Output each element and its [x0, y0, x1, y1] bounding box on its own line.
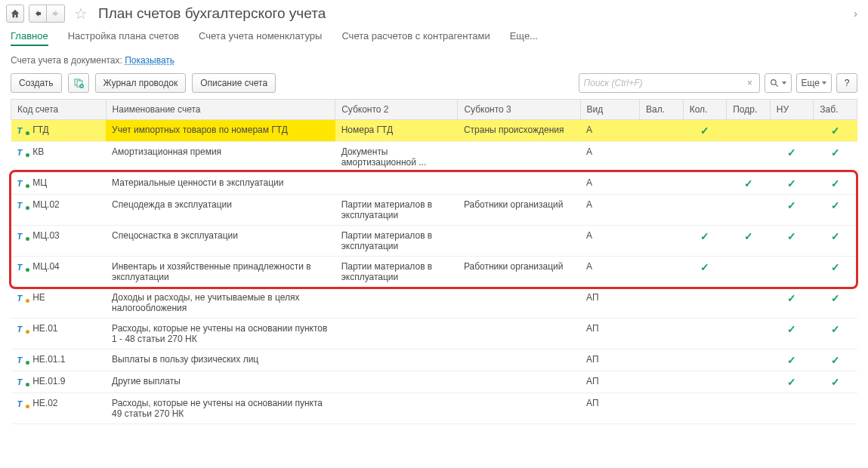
copy-record-button[interactable]	[68, 73, 89, 93]
filter-link[interactable]: Показывать	[125, 55, 175, 66]
search-clear[interactable]: ×	[744, 78, 756, 88]
filter-label: Счета учета в документах:	[11, 55, 122, 66]
table-row[interactable]: T КВАмортизационная премияДокументы амор…	[11, 142, 857, 173]
check-icon: ✓	[787, 354, 796, 366]
table-row[interactable]: T НЕ.01.1Выплаты в пользу физических лиц…	[11, 349, 857, 371]
account-type-icon: T	[17, 200, 28, 209]
table-row[interactable]: T НЕ.01Расходы, которые не учтены на осн…	[11, 319, 857, 349]
col-zab[interactable]: Заб.	[814, 100, 857, 120]
table-row[interactable]: T МЦ.03Спецоснастка в эксплуатацииПартии…	[11, 226, 857, 257]
action-bar: Создать Журнал проводок Описание счета ×…	[0, 73, 868, 99]
magnifier-icon	[770, 79, 780, 88]
svg-point-3	[771, 79, 776, 85]
search-box[interactable]: ×	[579, 73, 760, 93]
check-icon: ✓	[831, 230, 840, 242]
account-type-icon: T	[17, 262, 28, 271]
table-row[interactable]: T МЦ.02Спецодежда в эксплуатацииПартии м…	[11, 195, 857, 226]
section-tabs: ГлавноеНастройка плана счетовСчета учета…	[0, 26, 868, 52]
more-label: Еще	[802, 78, 820, 88]
create-button[interactable]: Создать	[11, 73, 62, 93]
describe-button[interactable]: Описание счета	[192, 73, 276, 93]
check-icon: ✓	[831, 323, 840, 335]
tab-2[interactable]: Счета учета номенклатуры	[199, 30, 322, 46]
nav-back-button[interactable]	[29, 5, 47, 23]
check-icon: ✓	[787, 376, 796, 388]
col-code[interactable]: Код счета	[11, 100, 107, 120]
account-type-icon: T	[17, 377, 28, 386]
expand-right-arrow[interactable]: ›	[854, 8, 862, 20]
search-dropdown-button[interactable]	[765, 73, 792, 93]
documents-icon	[73, 77, 85, 89]
col-nu[interactable]: НУ	[770, 100, 814, 120]
app-root: ☆ План счетов бухгалтерского учета › Гла…	[0, 0, 868, 424]
check-icon: ✓	[744, 230, 753, 242]
home-icon	[10, 8, 20, 19]
check-icon: ✓	[787, 146, 796, 159]
col-val[interactable]: Вал.	[640, 100, 684, 120]
nav-forward-button[interactable]	[47, 5, 65, 23]
tab-4[interactable]: Еще...	[510, 30, 538, 46]
table-row[interactable]: T ГТДУчет импортных товаров по номерам Г…	[11, 120, 857, 142]
more-dropdown-button[interactable]: Еще	[796, 73, 832, 93]
account-type-icon: T	[17, 231, 28, 240]
favorite-star[interactable]: ☆	[70, 5, 92, 23]
check-icon: ✓	[787, 230, 796, 242]
table-header-row: Код счетаНаименование счетаСубконто 2Суб…	[11, 100, 857, 120]
caret-down-icon	[822, 82, 826, 85]
tab-1[interactable]: Настройка плана счетов	[68, 30, 179, 46]
check-icon: ✓	[831, 292, 840, 304]
col-sub3[interactable]: Субконто 3	[458, 100, 580, 120]
check-icon: ✓	[831, 146, 840, 159]
page-title: План счетов бухгалтерского учета	[97, 5, 326, 22]
help-button[interactable]: ?	[836, 73, 857, 93]
home-button[interactable]	[6, 5, 24, 23]
col-vid[interactable]: Вид	[580, 100, 640, 120]
svg-line-4	[775, 84, 777, 86]
account-type-icon: T	[17, 399, 28, 408]
window-toolbar: ☆ План счетов бухгалтерского учета ›	[0, 0, 868, 26]
col-podr[interactable]: Подр.	[727, 100, 771, 120]
tab-0[interactable]: Главное	[11, 30, 48, 46]
col-sub2[interactable]: Субконто 2	[335, 100, 458, 120]
table-row[interactable]: T МЦ.04Инвентарь и хозяйственные принадл…	[11, 257, 857, 288]
check-icon: ✓	[744, 177, 753, 189]
search-input[interactable]	[582, 77, 744, 89]
table-row[interactable]: T НЕ.01.9Другие выплатыАП✓✓	[11, 371, 857, 393]
check-icon: ✓	[831, 125, 840, 137]
col-kol[interactable]: Кол.	[683, 100, 727, 120]
table-row[interactable]: T МЦМатериальные ценности в эксплуатации…	[11, 173, 857, 195]
accounts-table: Код счетаНаименование счетаСубконто 2Суб…	[11, 99, 857, 424]
check-icon: ✓	[700, 125, 709, 137]
check-icon: ✓	[787, 323, 796, 335]
check-icon: ✓	[831, 199, 840, 211]
arrow-left-icon	[33, 9, 42, 18]
check-icon: ✓	[831, 177, 840, 189]
check-icon: ✓	[831, 376, 840, 388]
account-type-icon: T	[17, 125, 28, 134]
account-type-icon: T	[17, 355, 28, 364]
check-icon: ✓	[787, 292, 796, 304]
account-type-icon: T	[17, 324, 28, 333]
check-icon: ✓	[831, 354, 840, 366]
account-type-icon: T	[17, 178, 28, 187]
check-icon: ✓	[700, 230, 709, 242]
arrow-right-icon	[51, 9, 60, 18]
col-name[interactable]: Наименование счета	[106, 100, 335, 120]
account-type-icon: T	[17, 147, 28, 156]
tab-3[interactable]: Счета расчетов с контрагентами	[341, 30, 490, 46]
check-icon: ✓	[700, 261, 709, 273]
account-type-icon: T	[17, 293, 28, 302]
filter-line: Счета учета в документах: Показывать	[0, 52, 868, 73]
check-icon: ✓	[787, 199, 796, 211]
check-icon: ✓	[787, 177, 796, 189]
table-row[interactable]: T НЕДоходы и расходы, не учитываемые в ц…	[11, 288, 857, 319]
caret-down-icon	[782, 82, 786, 85]
journal-button[interactable]: Журнал проводок	[95, 73, 187, 93]
table-row[interactable]: T НЕ.02Расходы, которые не учтены на осн…	[11, 393, 857, 424]
check-icon: ✓	[831, 261, 840, 273]
